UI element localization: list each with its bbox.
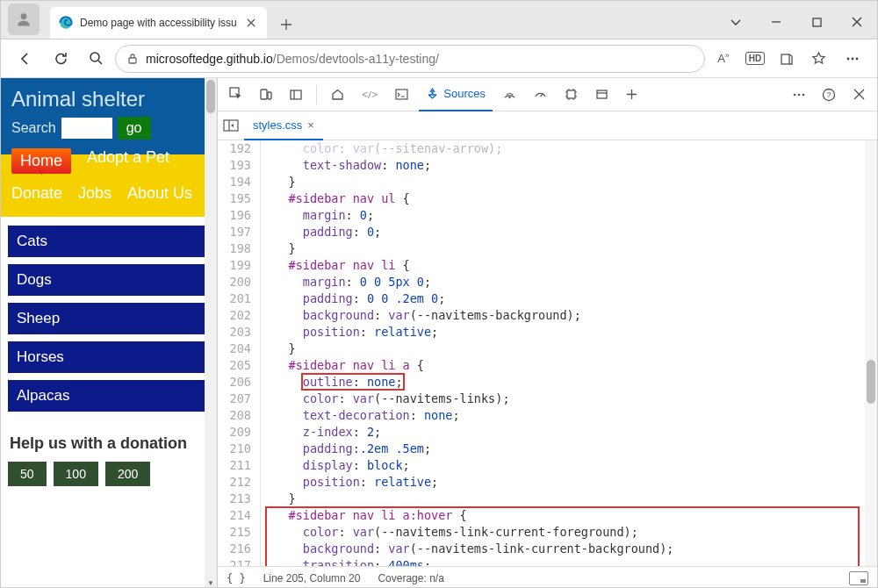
devtools-statusbar: { } Line 205, Column 20 Coverage: n/a bbox=[218, 566, 877, 588]
svg-point-6 bbox=[847, 57, 850, 60]
window-titlebar: Demo page with accessibility issu bbox=[1, 1, 877, 39]
donate-50-button[interactable]: 50 bbox=[8, 462, 47, 486]
svg-point-14 bbox=[432, 92, 434, 94]
svg-point-15 bbox=[508, 97, 510, 98]
tab-add[interactable] bbox=[619, 78, 644, 111]
nav-about[interactable]: About Us bbox=[127, 184, 192, 203]
svg-rect-5 bbox=[781, 54, 789, 64]
refresh-button[interactable] bbox=[45, 43, 76, 75]
svg-rect-16 bbox=[567, 90, 575, 98]
maximize-button[interactable] bbox=[796, 5, 837, 39]
svg-rect-12 bbox=[291, 90, 301, 99]
page-scrollbar[interactable]: ▲▼ bbox=[205, 78, 217, 588]
screenshot-icon[interactable] bbox=[849, 571, 868, 585]
svg-text:?: ? bbox=[826, 90, 831, 99]
donate-heading: Help us with a donation bbox=[10, 434, 208, 453]
search-icon[interactable] bbox=[80, 43, 112, 75]
tab-close-button[interactable] bbox=[244, 16, 258, 30]
file-tab-styles[interactable]: styles.css × bbox=[244, 111, 323, 140]
svg-point-7 bbox=[852, 57, 854, 60]
browser-tab[interactable]: Demo page with accessibility issu bbox=[50, 7, 267, 39]
svg-point-8 bbox=[856, 57, 859, 60]
svg-rect-2 bbox=[813, 18, 821, 26]
svg-rect-4 bbox=[129, 58, 136, 63]
donate-100-button[interactable]: 100 bbox=[54, 462, 98, 486]
nav-adopt[interactable]: Adopt a Pet bbox=[87, 148, 169, 174]
tab-sources[interactable]: Sources bbox=[419, 78, 493, 111]
favorite-icon[interactable] bbox=[803, 43, 833, 75]
tab-network[interactable] bbox=[496, 78, 523, 111]
minimize-button[interactable] bbox=[756, 5, 796, 39]
code-editor[interactable]: 1921931941951961971981992002012022032042… bbox=[218, 140, 877, 566]
svg-rect-17 bbox=[597, 90, 607, 98]
sidebar-item[interactable]: Horses bbox=[8, 341, 210, 373]
close-window-button[interactable] bbox=[837, 5, 877, 39]
devtools-toolbar: </> Sources ? bbox=[218, 78, 877, 111]
sidebar-item[interactable]: Sheep bbox=[8, 303, 210, 334]
sidebar-item[interactable]: Dogs bbox=[8, 264, 210, 296]
close-icon[interactable]: × bbox=[307, 118, 314, 132]
page-title: Animal shelter bbox=[11, 87, 206, 111]
svg-point-3 bbox=[90, 53, 99, 61]
tab-memory[interactable] bbox=[558, 78, 585, 111]
hd-icon[interactable]: HD bbox=[740, 43, 770, 75]
coverage-status: Coverage: n/a bbox=[378, 572, 443, 584]
nav-home[interactable]: Home bbox=[11, 148, 71, 174]
page-content: Animal shelter Search go Home Adopt a Pe… bbox=[1, 78, 217, 588]
url-input[interactable]: microsoftedge.github.io/Demos/devtools-a… bbox=[115, 45, 705, 73]
read-aloud-icon[interactable]: A» bbox=[709, 43, 738, 75]
svg-rect-11 bbox=[268, 92, 271, 99]
devtools-close-icon[interactable] bbox=[846, 82, 872, 108]
tab-title: Demo page with accessibility issu bbox=[80, 17, 237, 29]
svg-point-20 bbox=[802, 93, 805, 96]
toggle-navigator-icon[interactable] bbox=[223, 119, 239, 132]
nav-jobs[interactable]: Jobs bbox=[78, 184, 112, 203]
address-bar: microsoftedge.github.io/Demos/devtools-a… bbox=[1, 39, 877, 78]
sidebar-item[interactable]: Alpacas bbox=[8, 380, 210, 412]
format-icon[interactable]: { } bbox=[227, 572, 246, 584]
search-label: Search bbox=[11, 120, 56, 136]
collections-icon[interactable] bbox=[772, 43, 802, 75]
svg-rect-10 bbox=[261, 90, 267, 99]
url-text: microsoftedge.github.io/Demos/devtools-a… bbox=[146, 52, 439, 66]
search-input[interactable] bbox=[61, 118, 112, 139]
tab-performance[interactable] bbox=[527, 78, 554, 111]
devtools-more-icon[interactable] bbox=[786, 82, 812, 108]
lock-icon bbox=[126, 53, 139, 65]
inspect-icon[interactable] bbox=[223, 82, 249, 108]
chevron-down-icon[interactable] bbox=[716, 5, 756, 39]
new-tab-button[interactable] bbox=[272, 11, 300, 39]
tab-welcome[interactable] bbox=[324, 78, 351, 111]
svg-point-0 bbox=[21, 13, 27, 19]
tab-elements[interactable]: </> bbox=[355, 78, 385, 111]
edge-icon bbox=[59, 16, 73, 30]
device-icon[interactable] bbox=[253, 82, 279, 108]
nav-donate[interactable]: Donate bbox=[11, 184, 62, 203]
svg-point-18 bbox=[794, 93, 796, 96]
editor-scrollbar[interactable] bbox=[865, 140, 877, 566]
profile-button[interactable] bbox=[8, 4, 40, 35]
more-icon[interactable] bbox=[837, 43, 868, 75]
cursor-position: Line 205, Column 20 bbox=[263, 572, 361, 584]
help-icon[interactable]: ? bbox=[816, 82, 842, 108]
devtools-panel: </> Sources ? styles.css × 1921931941951… bbox=[217, 78, 877, 588]
svg-rect-13 bbox=[396, 90, 407, 99]
svg-point-19 bbox=[798, 93, 801, 96]
donate-200-button[interactable]: 200 bbox=[105, 462, 150, 486]
panel-icon[interactable] bbox=[283, 82, 309, 108]
back-button[interactable] bbox=[10, 43, 41, 75]
go-button[interactable]: go bbox=[118, 117, 151, 140]
tab-console[interactable] bbox=[388, 78, 415, 111]
tab-application[interactable] bbox=[588, 78, 615, 111]
sidebar-item[interactable]: Cats bbox=[8, 226, 210, 257]
sidebar-nav: Cats Dogs Sheep Horses Alpacas bbox=[1, 217, 217, 422]
devtools-subtoolbar: styles.css × bbox=[218, 111, 877, 140]
